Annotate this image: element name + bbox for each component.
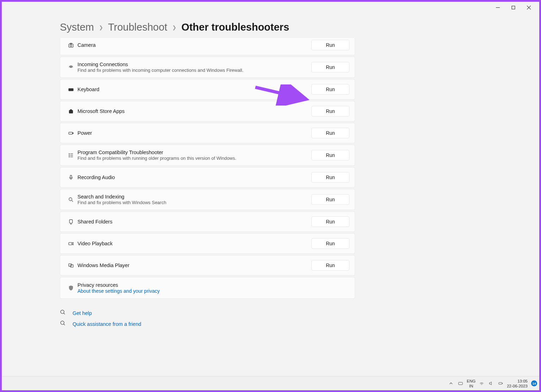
chevron-up-icon[interactable] — [448, 381, 454, 386]
titlebar — [2, 2, 539, 13]
run-button-power[interactable]: Run — [311, 128, 349, 138]
taskbar: ENG IN 13:05 22-06-2023 14 — [2, 376, 539, 390]
language-indicator[interactable]: ENG IN — [467, 379, 475, 388]
row-title: Incoming Connections — [77, 62, 311, 67]
svg-rect-23 — [69, 220, 73, 223]
search-icon — [66, 197, 76, 203]
time: 13:05 — [507, 379, 528, 384]
troubleshooter-row-video-playback: Video Playback Run — [60, 233, 355, 254]
troubleshooter-row-camera: Camera Run — [60, 38, 355, 55]
chevron-right-icon: ❯ — [99, 25, 103, 30]
clock[interactable]: 13:05 22-06-2023 — [507, 379, 528, 388]
video-icon — [66, 241, 76, 247]
svg-rect-35 — [502, 383, 503, 384]
shield-icon — [66, 285, 76, 291]
troubleshooter-row-recording-audio: Recording Audio Run — [60, 167, 355, 188]
run-button-keyboard[interactable]: Run — [311, 84, 349, 95]
svg-rect-27 — [70, 265, 73, 267]
help-icon — [60, 309, 67, 317]
troubleshooter-row-search-indexing: Search and IndexingFind and fix problems… — [60, 189, 355, 210]
row-desc: Find and fix problems with incoming comp… — [77, 68, 311, 73]
run-button-camera[interactable]: Run — [311, 40, 349, 50]
quick-assistance-text: Quick assistance from a friend — [73, 321, 141, 327]
breadcrumb-system[interactable]: System — [60, 21, 94, 33]
row-title: Search and Indexing — [77, 194, 311, 200]
row-title: Video Playback — [77, 241, 311, 246]
run-button-microsoft-store-apps[interactable]: Run — [311, 106, 349, 116]
get-help-text: Get help — [73, 310, 92, 316]
chevron-right-icon: ❯ — [172, 25, 176, 30]
breadcrumb-current: Other troubleshooters — [181, 21, 289, 33]
svg-rect-10 — [70, 109, 72, 110]
svg-line-31 — [64, 324, 65, 325]
wifi-icon[interactable] — [479, 381, 484, 386]
run-button-shared-folders[interactable]: Run — [311, 216, 349, 227]
svg-rect-26 — [69, 264, 71, 266]
row-title: Camera — [77, 42, 311, 48]
camera-icon — [66, 42, 76, 48]
settings-window: System ❯ Troubleshoot ❯ Other troublesho… — [2, 2, 539, 390]
row-title: Microsoft Store Apps — [77, 108, 311, 114]
svg-point-13 — [69, 153, 69, 154]
svg-line-29 — [64, 313, 65, 315]
svg-rect-32 — [459, 382, 462, 385]
quick-assist-icon — [60, 320, 67, 328]
run-button-video-playback[interactable]: Run — [311, 238, 349, 249]
row-title: Keyboard — [77, 87, 311, 92]
share-icon — [66, 219, 76, 225]
svg-point-17 — [69, 157, 69, 157]
microphone-icon — [66, 175, 76, 181]
keyboard-tray-icon[interactable] — [458, 381, 463, 386]
run-button-windows-media-player[interactable]: Run — [311, 260, 349, 271]
content-area: System ❯ Troubleshoot ❯ Other troublesho… — [2, 13, 539, 390]
breadcrumb: System ❯ Troubleshoot ❯ Other troublesho… — [60, 21, 539, 33]
troubleshooter-row-power: Power Run — [60, 123, 355, 143]
svg-rect-6 — [70, 43, 72, 44]
breadcrumb-troubleshoot[interactable]: Troubleshoot — [108, 21, 167, 33]
svg-point-15 — [69, 155, 69, 155]
troubleshooter-row-shared-folders: Shared Folders Run — [60, 211, 355, 232]
privacy-title: Privacy resources — [77, 282, 349, 288]
battery-tray-icon[interactable] — [498, 381, 503, 386]
row-desc: Find and fix problems with running older… — [77, 156, 311, 161]
notification-badge[interactable]: 14 — [531, 380, 537, 386]
lang-code: ENG — [467, 379, 475, 384]
troubleshooter-row-keyboard: Keyboard Run — [60, 79, 355, 100]
close-button[interactable] — [521, 2, 536, 12]
svg-rect-9 — [69, 110, 73, 113]
svg-rect-12 — [73, 133, 73, 134]
svg-rect-34 — [499, 382, 502, 384]
svg-line-22 — [71, 200, 73, 202]
battery-icon — [66, 130, 76, 136]
quick-assistance-link[interactable]: Quick assistance from a friend — [60, 320, 539, 328]
svg-point-30 — [61, 321, 64, 324]
run-button-program-compatibility[interactable]: Run — [311, 150, 349, 160]
maximize-button[interactable] — [505, 2, 521, 12]
get-help-link[interactable]: Get help — [60, 309, 539, 317]
date: 22-06-2023 — [507, 384, 528, 388]
svg-point-7 — [70, 67, 71, 68]
svg-point-5 — [70, 44, 72, 46]
system-tray[interactable] — [448, 381, 463, 386]
minimize-button[interactable] — [490, 2, 505, 12]
svg-point-28 — [61, 310, 64, 314]
svg-point-21 — [69, 197, 72, 201]
help-links: Get help Quick assistance from a friend — [60, 309, 539, 328]
run-button-recording-audio[interactable]: Run — [311, 172, 349, 183]
svg-rect-8 — [68, 88, 73, 91]
run-button-incoming-connections[interactable]: Run — [311, 62, 349, 72]
troubleshooter-row-program-compatibility: Program Compatibility TroubleshooterFind… — [60, 145, 355, 166]
signal-icon — [66, 64, 76, 70]
troubleshooter-row-microsoft-store-apps: Microsoft Store Apps Run — [60, 101, 355, 121]
svg-rect-25 — [69, 242, 72, 245]
privacy-link[interactable]: About these settings and your privacy — [77, 288, 349, 294]
list-icon — [66, 152, 76, 158]
row-title: Recording Audio — [77, 175, 311, 180]
troubleshooter-row-incoming-connections: Incoming ConnectionsFind and fix problem… — [60, 57, 355, 78]
run-button-search-indexing[interactable]: Run — [311, 194, 349, 205]
media-player-icon — [66, 263, 76, 268]
svg-rect-19 — [70, 175, 71, 178]
row-title: Power — [77, 130, 311, 136]
volume-icon[interactable] — [489, 381, 494, 386]
system-tray-2[interactable] — [479, 381, 503, 386]
